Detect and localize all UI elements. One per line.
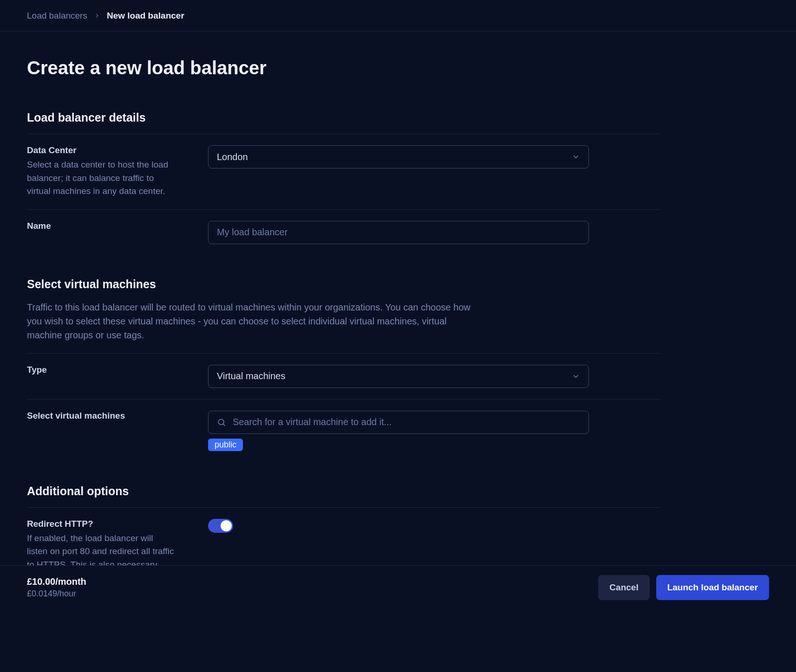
input-name[interactable] — [217, 221, 580, 244]
row-type: Type Virtual machines — [27, 353, 660, 399]
section-details: Load balancer details Data Center Select… — [27, 111, 660, 255]
section-title-additional: Additional options — [27, 485, 660, 498]
label-name: Name — [27, 221, 194, 231]
price-month: £10.00/month — [27, 576, 86, 587]
pricing: £10.00/month £0.0149/hour — [27, 576, 86, 599]
breadcrumb-current: New load balancer — [107, 11, 184, 21]
cancel-button[interactable]: Cancel — [598, 575, 649, 600]
toggle-knob — [221, 520, 232, 531]
chevron-down-icon — [572, 372, 580, 381]
page-title: Create a new load balancer — [27, 58, 660, 78]
search-vms[interactable] — [233, 411, 580, 433]
row-name: Name — [27, 209, 660, 255]
svg-line-1 — [223, 424, 225, 426]
section-desc-vms: Traffic to this load balancer will be ro… — [27, 300, 477, 342]
select-data-center-value: London — [217, 152, 248, 162]
input-name-wrap — [208, 221, 589, 244]
section-title-details: Load balancer details — [27, 111, 660, 124]
row-select-vms: Select virtual machines public — [27, 399, 660, 462]
row-data-center: Data Center Select a data center to host… — [27, 134, 660, 209]
section-vms: Select virtual machines Traffic to this … — [27, 278, 660, 462]
launch-button[interactable]: Launch load balancer — [656, 575, 769, 600]
select-type[interactable]: Virtual machines — [208, 365, 589, 388]
footer-bar: £10.00/month £0.0149/hour Cancel Launch … — [0, 565, 796, 609]
section-title-vms: Select virtual machines — [27, 278, 660, 291]
help-data-center: Select a data center to host the load ba… — [27, 158, 176, 198]
select-type-value: Virtual machines — [217, 371, 285, 381]
select-data-center[interactable]: London — [208, 145, 589, 168]
label-redirect-http: Redirect HTTP? — [27, 519, 194, 529]
search-icon — [217, 418, 226, 427]
breadcrumb: Load balancers New load balancer — [0, 0, 796, 32]
breadcrumb-load-balancers[interactable]: Load balancers — [27, 11, 87, 21]
label-data-center: Data Center — [27, 145, 194, 155]
chevron-down-icon — [572, 153, 580, 161]
toggle-redirect-http[interactable] — [208, 519, 233, 533]
label-type: Type — [27, 365, 194, 375]
chevron-right-icon — [94, 13, 100, 19]
svg-point-0 — [218, 419, 224, 425]
label-select-vms: Select virtual machines — [27, 411, 194, 421]
search-vms-wrap — [208, 411, 589, 434]
tag-public[interactable]: public — [208, 439, 243, 451]
price-hour: £0.0149/hour — [27, 589, 86, 599]
